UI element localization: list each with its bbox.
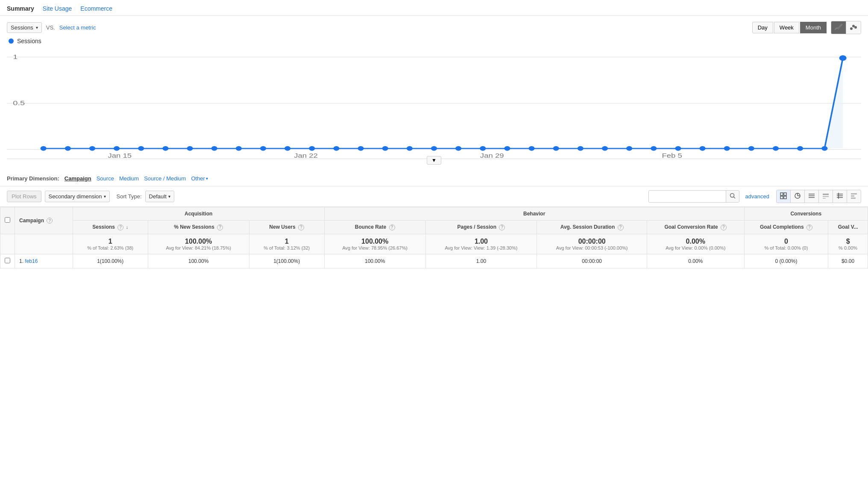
- search-input[interactable]: [649, 191, 726, 202]
- campaign-help-icon[interactable]: ?: [47, 218, 53, 224]
- svg-point-17: [138, 146, 144, 151]
- svg-point-29: [431, 146, 437, 151]
- chart-controls: Sessions ▾ VS. Select a metric Day Week …: [0, 16, 868, 38]
- avg-session-duration-header: Avg. Session Duration ?: [537, 221, 647, 234]
- top-tabs: Summary Site Usage Ecommerce: [0, 0, 868, 16]
- svg-point-1: [852, 25, 855, 27]
- svg-point-38: [651, 146, 657, 151]
- svg-rect-50: [784, 193, 786, 195]
- chart-svg: 1 0.5 Jan 15 Jan 22 Jan 29 Feb 5: [7, 48, 861, 159]
- behavior-group-header: Behavior: [324, 207, 744, 221]
- svg-point-0: [850, 27, 853, 30]
- pages-session-help-icon[interactable]: ?: [499, 224, 505, 230]
- search-icon: [730, 193, 736, 199]
- chart-controls-right: Day Week Month: [752, 21, 861, 34]
- chart-container: 1 0.5 Jan 15 Jan 22 Jan 29 Feb 5: [7, 48, 861, 159]
- row1-checkbox[interactable]: [5, 258, 10, 263]
- svg-point-41: [724, 146, 730, 151]
- search-box: [648, 190, 739, 203]
- chart-expand-button[interactable]: ▼: [427, 156, 441, 165]
- svg-point-28: [407, 146, 413, 151]
- svg-point-45: [821, 146, 827, 151]
- row1-pct-new-sessions-cell: 100.00%: [148, 254, 249, 268]
- svg-text:0.5: 0.5: [13, 99, 25, 106]
- goal-completions-help-icon[interactable]: ?: [806, 224, 812, 230]
- pie-view-button[interactable]: [791, 190, 805, 203]
- month-button[interactable]: Month: [800, 22, 827, 33]
- sort-type-value: Default: [149, 193, 167, 200]
- select-all-checkbox[interactable]: [5, 217, 10, 223]
- list-view-button[interactable]: [805, 190, 819, 203]
- dim-other-dropdown[interactable]: Other ▾: [191, 175, 208, 182]
- sort-type-label: Sort Type:: [117, 193, 142, 200]
- chevron-down-icon: ▾: [36, 25, 38, 30]
- goal-value-header: Goal V...: [828, 221, 868, 234]
- svg-point-42: [748, 146, 754, 151]
- bounce-rate-help-icon[interactable]: ?: [389, 224, 395, 230]
- svg-rect-52: [784, 196, 786, 199]
- svg-point-19: [187, 146, 193, 151]
- pct-new-sessions-header: % New Sessions ?: [148, 221, 249, 234]
- dim-source[interactable]: Source: [97, 175, 114, 182]
- row1-bounce-rate-cell: 100.00%: [324, 254, 425, 268]
- secondary-dimension-dropdown[interactable]: Secondary dimension ▾: [45, 191, 110, 202]
- row1-rank: 1.: [19, 258, 23, 264]
- list-view-icon: [808, 192, 815, 199]
- total-goal-value-cell: $ % 0.00%: [828, 234, 868, 254]
- sessions-help-icon[interactable]: ?: [117, 224, 123, 230]
- tab-ecommerce[interactable]: Ecommerce: [80, 5, 112, 12]
- row1-campaign-link[interactable]: feb16: [25, 258, 38, 264]
- svg-point-14: [65, 146, 71, 151]
- dim-campaign[interactable]: Campaign: [65, 175, 91, 182]
- other-chevron-icon: ▾: [206, 176, 208, 181]
- primary-dimension-label: Primary Dimension:: [7, 175, 59, 182]
- sessions-sort-arrow-icon[interactable]: ↓: [126, 224, 129, 230]
- table-row: 1. feb16 1(100.00%) 100.00% 1(100.00%) 1…: [0, 254, 868, 268]
- total-avg-session-value: 00:00:00: [541, 238, 642, 245]
- pct-new-sessions-help-icon[interactable]: ?: [217, 224, 223, 230]
- grid-view-button[interactable]: [777, 190, 791, 203]
- avg-session-help-icon[interactable]: ?: [618, 224, 624, 230]
- chart-legend: Sessions: [7, 38, 861, 44]
- total-new-users-cell: 1 % of Total: 3.12% (32): [249, 234, 324, 254]
- metric-dropdown[interactable]: Sessions ▾: [7, 22, 42, 33]
- row1-campaign-cell: 1. feb16: [15, 254, 73, 268]
- row1-goal-conv-rate-cell: 0.00%: [647, 254, 744, 268]
- conversions-group-header: Conversions: [744, 207, 868, 221]
- metric-label: Sessions: [11, 24, 33, 31]
- week-button[interactable]: Week: [774, 22, 799, 33]
- svg-point-20: [211, 146, 217, 151]
- advanced-link[interactable]: advanced: [745, 193, 769, 200]
- svg-point-15: [89, 146, 95, 151]
- total-goal-conv-rate-cell: 0.00% Avg for View: 0.00% (0.00%): [647, 234, 744, 254]
- day-button[interactable]: Day: [752, 22, 773, 33]
- sessions-legend-dot: [9, 38, 14, 44]
- svg-point-23: [284, 146, 290, 151]
- line-chart-icon[interactable]: [831, 21, 846, 34]
- sort-type-dropdown[interactable]: Default ▾: [145, 191, 174, 202]
- plot-rows-button[interactable]: Plot Rows: [7, 191, 41, 202]
- campaign-header: Campaign ?: [15, 207, 73, 234]
- total-goal-conv-subtext: Avg for View: 0.00% (0.00%): [651, 245, 740, 250]
- custom-view-button[interactable]: [847, 190, 861, 203]
- tab-site-usage[interactable]: Site Usage: [43, 5, 72, 12]
- new-users-help-icon[interactable]: ?: [298, 224, 304, 230]
- svg-point-47: [730, 194, 734, 197]
- search-button[interactable]: [726, 191, 739, 202]
- total-pages-subtext: Avg for View: View: 1.39 (-28.30%): [430, 245, 533, 250]
- tab-summary[interactable]: Summary: [7, 5, 34, 12]
- total-pct-new-subtext: Avg for View: 84.21% (18.75%): [152, 245, 245, 250]
- total-goal-value-value: $: [833, 238, 863, 245]
- dim-medium[interactable]: Medium: [119, 175, 139, 182]
- total-bounce-rate-subtext: Avg for View: 78.95% (26.67%): [329, 245, 421, 250]
- total-goal-conv-value: 0.00%: [651, 238, 740, 245]
- bounce-rate-header: Bounce Rate ?: [324, 221, 425, 234]
- pivot-view-button[interactable]: [833, 190, 847, 203]
- table-controls: Plot Rows Secondary dimension ▾ Sort Typ…: [0, 186, 868, 207]
- dot-chart-icon[interactable]: [846, 21, 861, 34]
- dim-source-medium[interactable]: Source / Medium: [144, 175, 186, 182]
- select-metric-link[interactable]: Select a metric: [59, 24, 96, 31]
- compare-view-button[interactable]: [819, 190, 833, 203]
- total-goal-value-subtext: % 0.00%: [833, 245, 863, 250]
- goal-conv-rate-help-icon[interactable]: ?: [721, 224, 727, 230]
